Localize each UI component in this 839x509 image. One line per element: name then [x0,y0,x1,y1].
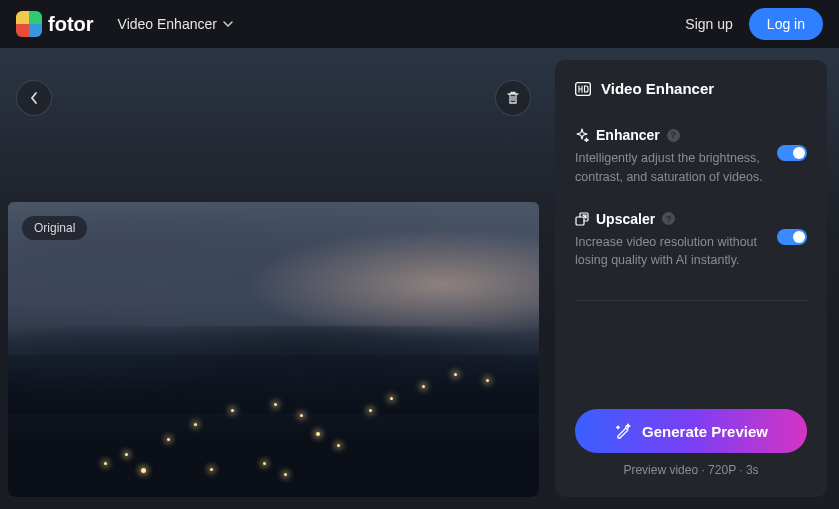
enhancer-setting: Enhancer ? Intelligently adjust the brig… [575,127,807,187]
upscaler-desc: Increase video resolution without losing… [575,233,807,271]
upscaler-label: Upscaler [596,211,655,227]
upscaler-toggle[interactable] [777,229,807,245]
logo-text: fotor [48,13,94,36]
signup-link[interactable]: Sign up [685,16,732,32]
enhancer-toggle[interactable] [777,145,807,161]
divider [575,300,807,301]
trash-icon [505,90,521,106]
delete-button[interactable] [495,80,531,116]
magic-wand-icon [614,422,632,440]
info-icon[interactable]: ? [667,129,680,142]
sparkle-icon [575,128,589,142]
main-area: Original Video Enhancer Enhancer ? Intel… [0,48,839,509]
enhancer-desc: Intelligently adjust the brightness, con… [575,149,807,187]
svg-rect-1 [576,217,584,225]
panel-title: Video Enhancer [575,80,807,97]
upscaler-setting: Upscaler ? Increase video resolution wit… [575,211,807,271]
upscale-icon [575,212,589,226]
logo[interactable]: fotor [16,11,94,37]
generate-preview-button[interactable]: Generate Preview [575,409,807,453]
chevron-left-icon [30,91,38,105]
settings-panel: Video Enhancer Enhancer ? Intelligently … [555,60,827,497]
info-icon[interactable]: ? [662,212,675,225]
chevron-down-icon [223,21,233,27]
preview-info: Preview video · 720P · 3s [575,463,807,477]
preview-area: Original [8,60,539,497]
logo-icon [16,11,42,37]
original-badge: Original [22,216,87,240]
nav-label: Video Enhancer [118,16,217,32]
nav-dropdown[interactable]: Video Enhancer [118,16,233,32]
video-preview[interactable]: Original [8,202,539,497]
login-button[interactable]: Log in [749,8,823,40]
hd-icon [575,82,591,96]
enhancer-label: Enhancer [596,127,660,143]
back-button[interactable] [16,80,52,116]
app-header: fotor Video Enhancer Sign up Log in [0,0,839,48]
